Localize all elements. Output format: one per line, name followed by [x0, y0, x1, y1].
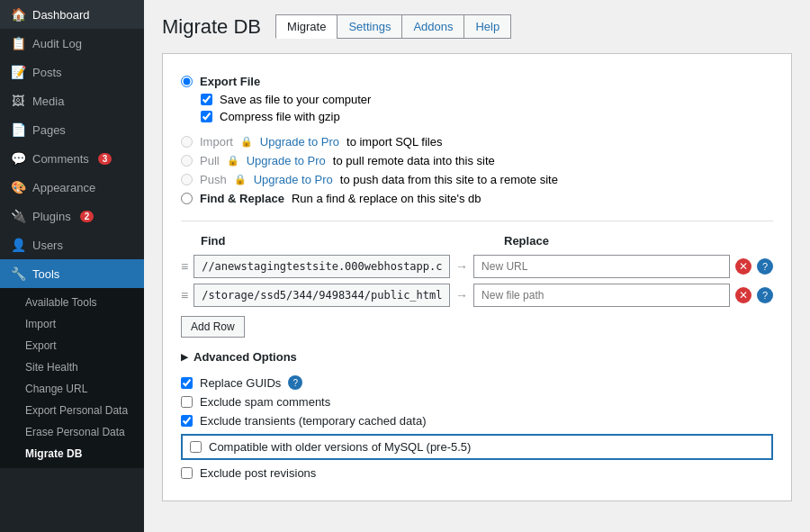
tab-migrate[interactable]: Migrate: [275, 14, 337, 39]
tab-settings[interactable]: Settings: [337, 14, 401, 39]
compatible-mysql-label: Compatible with older versions of MySQL …: [209, 440, 471, 454]
find-replace-option[interactable]: Find & Replace Run a find & replace on t…: [181, 189, 773, 208]
import-upgrade-link[interactable]: Upgrade to Pro: [260, 135, 339, 149]
sidebar-label-posts: Posts: [32, 66, 62, 79]
sidebar-item-audit-log[interactable]: 📋Audit Log: [0, 29, 144, 58]
sidebar-item-comments[interactable]: 💬Comments3: [0, 144, 144, 173]
exclude-post-revisions-label: Exclude post revisions: [200, 466, 316, 480]
sidebar-submenu-export-personal-data[interactable]: Export Personal Data: [0, 400, 144, 421]
push-lock-icon: 🔒: [234, 174, 247, 185]
find-input-1[interactable]: [194, 255, 450, 278]
submenu-label-site-health: Site Health: [25, 361, 78, 374]
import-suffix: to import SQL files: [346, 135, 442, 149]
replace-guids-label: Replace GUIDs: [200, 376, 281, 390]
plugins-badge: 2: [80, 211, 94, 222]
sidebar-label-pages: Pages: [32, 123, 66, 137]
replace-column-label: Replace: [504, 234, 773, 248]
adv-option-exclude-transients: Exclude transients (temporary cached dat…: [181, 411, 773, 430]
save-as-file-checkbox[interactable]: [201, 94, 212, 105]
sidebar-submenu-site-health[interactable]: Site Health: [0, 356, 144, 378]
clear-row-2-button[interactable]: ✕: [735, 287, 752, 303]
help-row-1-button[interactable]: ?: [757, 258, 773, 275]
push-upgrade-link[interactable]: Upgrade to Pro: [254, 173, 333, 186]
add-row-button[interactable]: Add Row: [181, 316, 245, 338]
find-input-2[interactable]: [194, 284, 450, 307]
sidebar: 🏠Dashboard📋Audit Log📝Posts🖼Media📄Pages💬C…: [0, 0, 144, 532]
dashboard-icon: 🏠: [11, 7, 25, 22]
advanced-options-toggle[interactable]: ▶ Advanced Options: [181, 350, 773, 364]
tab-help[interactable]: Help: [464, 14, 511, 39]
arrow-icon-2: →: [455, 288, 468, 302]
import-radio[interactable]: [181, 136, 193, 148]
sidebar-submenu-change-url[interactable]: Change URL: [0, 378, 144, 400]
sidebar-item-tools[interactable]: 🔧Tools: [0, 259, 144, 288]
import-lock-icon: 🔒: [240, 136, 253, 148]
find-replace-radio[interactable]: [181, 193, 193, 204]
replace-input-2[interactable]: [473, 284, 730, 307]
compress-gzip-label: Compress file with gzip: [220, 110, 340, 123]
help-row-2-button[interactable]: ?: [757, 287, 773, 303]
sidebar-item-media[interactable]: 🖼Media: [0, 86, 144, 115]
export-file-radio[interactable]: [181, 76, 193, 87]
adv-option-exclude-post-revisions: Exclude post revisions: [181, 464, 773, 482]
pull-lock-icon: 🔒: [227, 155, 239, 167]
sidebar-item-pages[interactable]: 📄Pages: [0, 115, 144, 144]
sidebar-item-plugins[interactable]: 🔌Plugins2: [0, 202, 144, 230]
sidebar-label-dashboard: Dashboard: [32, 8, 90, 22]
sidebar-submenu-import[interactable]: Import: [0, 313, 144, 335]
pull-radio[interactable]: [181, 155, 193, 167]
sidebar-submenu-erase-personal-data[interactable]: Erase Personal Data: [0, 421, 144, 443]
audit-log-icon: 📋: [11, 36, 25, 50]
sidebar-submenu-migrate-db[interactable]: Migrate DB: [0, 443, 144, 464]
sidebar-item-posts[interactable]: 📝Posts: [0, 58, 144, 86]
push-label: Push: [200, 173, 227, 186]
push-radio[interactable]: [181, 174, 193, 185]
save-as-file-label: Save as file to your computer: [220, 93, 371, 106]
import-option[interactable]: Import 🔒 Upgrade to Pro to import SQL fi…: [181, 132, 773, 151]
replace-guids-checkbox[interactable]: [181, 377, 193, 389]
pages-icon: 📄: [11, 122, 25, 137]
submenu-label-migrate-db: Migrate DB: [25, 447, 82, 460]
sidebar-item-appearance[interactable]: 🎨Appearance: [0, 173, 144, 202]
exclude-post-revisions-checkbox[interactable]: [181, 467, 193, 479]
plugins-icon: 🔌: [11, 209, 25, 223]
toggle-arrow-icon: ▶: [181, 352, 188, 362]
page-title: Migrate DB: [162, 15, 261, 39]
push-suffix: to push data from this site to a remote …: [340, 173, 558, 186]
submenu-label-export-personal-data: Export Personal Data: [25, 404, 128, 417]
arrow-icon-1: →: [455, 259, 468, 274]
sidebar-submenu-export[interactable]: Export: [0, 335, 144, 356]
tab-bar: MigrateSettingsAddonsHelp: [275, 14, 511, 39]
sidebar-item-dashboard[interactable]: 🏠Dashboard: [0, 0, 144, 29]
pull-suffix: to pull remote data into this site: [333, 154, 495, 167]
sidebar-submenu-available-tools[interactable]: Available Tools: [0, 292, 144, 313]
save-as-file-option: Save as file to your computer: [201, 91, 773, 108]
push-option[interactable]: Push 🔒 Upgrade to Pro to push data from …: [181, 170, 773, 189]
submenu-label-export: Export: [25, 339, 57, 352]
clear-row-1-button[interactable]: ✕: [735, 258, 752, 275]
compress-gzip-checkbox[interactable]: [201, 111, 212, 122]
replace-guids-help-icon[interactable]: ?: [288, 375, 302, 390]
content-box: Export File Save as file to your compute…: [162, 53, 792, 501]
tab-addons[interactable]: Addons: [401, 14, 464, 39]
comments-badge: 3: [98, 153, 112, 165]
divider-1: [181, 221, 773, 221]
pull-option[interactable]: Pull 🔒 Upgrade to Pro to pull remote dat…: [181, 151, 773, 170]
advanced-options-label: Advanced Options: [194, 350, 297, 364]
drag-handle-1[interactable]: ≡: [181, 259, 188, 274]
submenu-label-erase-personal-data: Erase Personal Data: [25, 426, 125, 438]
sidebar-label-appearance: Appearance: [32, 181, 95, 194]
submenu-label-change-url: Change URL: [25, 383, 87, 395]
exclude-spam-label: Exclude spam comments: [200, 395, 330, 409]
exclude-transients-checkbox[interactable]: [181, 415, 193, 427]
export-file-option[interactable]: Export File: [181, 72, 773, 91]
replace-input-1[interactable]: [473, 255, 730, 278]
compatible-mysql-checkbox[interactable]: [190, 441, 202, 453]
sidebar-item-users[interactable]: 👤Users: [0, 230, 144, 259]
pull-upgrade-link[interactable]: Upgrade to Pro: [247, 154, 326, 167]
drag-handle-2[interactable]: ≡: [181, 288, 188, 302]
exclude-spam-checkbox[interactable]: [181, 396, 193, 408]
export-file-label: Export File: [200, 75, 260, 88]
pull-label: Pull: [200, 154, 220, 167]
find-column-label: Find: [201, 234, 450, 248]
